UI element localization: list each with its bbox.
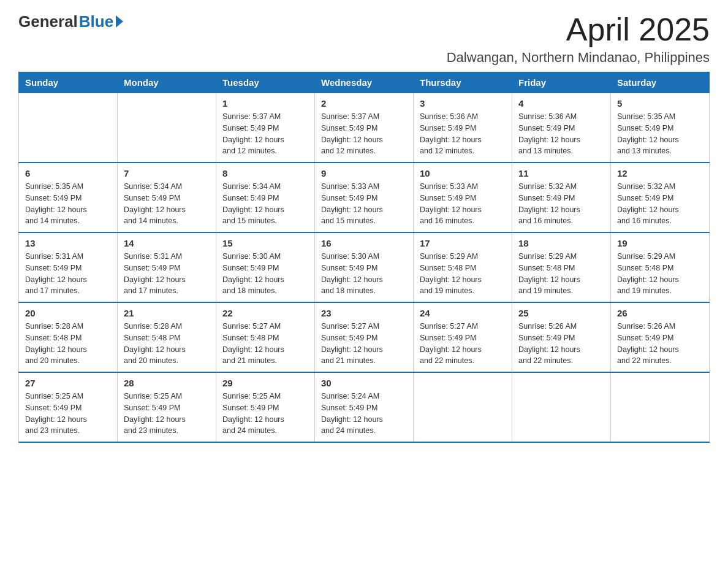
- calendar-cell: 23Sunrise: 5:27 AMSunset: 5:49 PMDayligh…: [315, 302, 414, 372]
- calendar-header-row: SundayMondayTuesdayWednesdayThursdayFrid…: [19, 72, 710, 93]
- calendar-header-friday: Friday: [512, 72, 611, 93]
- day-info: Sunrise: 5:32 AMSunset: 5:49 PMDaylight:…: [617, 181, 703, 227]
- day-number: 10: [420, 168, 506, 178]
- day-number: 26: [617, 308, 703, 318]
- day-number: 23: [321, 308, 407, 318]
- day-number: 9: [321, 168, 407, 178]
- location-subtitle: Dalwangan, Northern Mindanao, Philippine…: [447, 50, 710, 66]
- day-number: 5: [617, 98, 703, 109]
- day-info: Sunrise: 5:37 AMSunset: 5:49 PMDaylight:…: [321, 111, 407, 157]
- day-info: Sunrise: 5:26 AMSunset: 5:49 PMDaylight:…: [518, 321, 604, 367]
- day-number: 7: [124, 168, 210, 178]
- day-number: 27: [25, 378, 111, 388]
- calendar-cell: [512, 372, 611, 442]
- calendar-cell: 29Sunrise: 5:25 AMSunset: 5:49 PMDayligh…: [216, 372, 315, 442]
- day-number: 11: [518, 168, 604, 178]
- day-info: Sunrise: 5:30 AMSunset: 5:49 PMDaylight:…: [222, 251, 308, 297]
- day-number: 6: [25, 168, 111, 178]
- day-info: Sunrise: 5:25 AMSunset: 5:49 PMDaylight:…: [124, 391, 210, 437]
- day-number: 16: [321, 238, 407, 248]
- calendar-cell: 3Sunrise: 5:36 AMSunset: 5:49 PMDaylight…: [414, 93, 512, 163]
- day-info: Sunrise: 5:25 AMSunset: 5:49 PMDaylight:…: [222, 391, 308, 437]
- calendar-cell: 17Sunrise: 5:29 AMSunset: 5:48 PMDayligh…: [414, 232, 512, 302]
- calendar-header-monday: Monday: [118, 72, 216, 93]
- day-number: 19: [617, 238, 703, 248]
- day-info: Sunrise: 5:30 AMSunset: 5:49 PMDaylight:…: [321, 251, 407, 297]
- day-number: 29: [222, 378, 308, 388]
- day-info: Sunrise: 5:36 AMSunset: 5:49 PMDaylight:…: [420, 111, 506, 157]
- calendar-cell: 14Sunrise: 5:31 AMSunset: 5:49 PMDayligh…: [118, 232, 216, 302]
- month-year-title: April 2025: [447, 12, 710, 47]
- day-number: 15: [222, 238, 308, 248]
- day-number: 17: [420, 238, 506, 248]
- calendar-cell: 27Sunrise: 5:25 AMSunset: 5:49 PMDayligh…: [19, 372, 118, 442]
- day-info: Sunrise: 5:29 AMSunset: 5:48 PMDaylight:…: [518, 251, 604, 297]
- calendar-cell: 30Sunrise: 5:24 AMSunset: 5:49 PMDayligh…: [315, 372, 414, 442]
- logo: General Blue: [18, 12, 123, 31]
- calendar-cell: 11Sunrise: 5:32 AMSunset: 5:49 PMDayligh…: [512, 163, 611, 232]
- calendar-cell: 5Sunrise: 5:35 AMSunset: 5:49 PMDaylight…: [611, 93, 710, 163]
- calendar-week-row: 27Sunrise: 5:25 AMSunset: 5:49 PMDayligh…: [19, 372, 710, 442]
- calendar-cell: 12Sunrise: 5:32 AMSunset: 5:49 PMDayligh…: [611, 163, 710, 232]
- day-info: Sunrise: 5:35 AMSunset: 5:49 PMDaylight:…: [25, 181, 111, 227]
- day-number: 3: [420, 98, 506, 109]
- calendar-cell: 24Sunrise: 5:27 AMSunset: 5:49 PMDayligh…: [414, 302, 512, 372]
- day-number: 20: [25, 308, 111, 318]
- day-info: Sunrise: 5:36 AMSunset: 5:49 PMDaylight:…: [518, 111, 604, 157]
- day-number: 2: [321, 98, 407, 109]
- day-number: 24: [420, 308, 506, 318]
- calendar-cell: 13Sunrise: 5:31 AMSunset: 5:49 PMDayligh…: [19, 232, 118, 302]
- day-number: 14: [124, 238, 210, 248]
- calendar-header-thursday: Thursday: [414, 72, 512, 93]
- day-info: Sunrise: 5:28 AMSunset: 5:48 PMDaylight:…: [25, 321, 111, 367]
- day-number: 28: [124, 378, 210, 388]
- day-info: Sunrise: 5:29 AMSunset: 5:48 PMDaylight:…: [617, 251, 703, 297]
- calendar-header-saturday: Saturday: [611, 72, 710, 93]
- calendar-cell: 7Sunrise: 5:34 AMSunset: 5:49 PMDaylight…: [118, 163, 216, 232]
- calendar-cell: 18Sunrise: 5:29 AMSunset: 5:48 PMDayligh…: [512, 232, 611, 302]
- calendar-cell: 9Sunrise: 5:33 AMSunset: 5:49 PMDaylight…: [315, 163, 414, 232]
- day-number: 4: [518, 98, 604, 109]
- logo-arrow-icon: [116, 15, 123, 28]
- logo-blue-part: Blue: [78, 12, 123, 31]
- calendar-cell: 8Sunrise: 5:34 AMSunset: 5:49 PMDaylight…: [216, 163, 315, 232]
- day-number: 30: [321, 378, 407, 388]
- calendar-cell: 22Sunrise: 5:27 AMSunset: 5:48 PMDayligh…: [216, 302, 315, 372]
- calendar-header-wednesday: Wednesday: [315, 72, 414, 93]
- day-number: 25: [518, 308, 604, 318]
- calendar-week-row: 1Sunrise: 5:37 AMSunset: 5:49 PMDaylight…: [19, 93, 710, 163]
- title-block: April 2025 Dalwangan, Northern Mindanao,…: [447, 12, 710, 66]
- calendar-cell: 2Sunrise: 5:37 AMSunset: 5:49 PMDaylight…: [315, 93, 414, 163]
- day-number: 13: [25, 238, 111, 248]
- day-info: Sunrise: 5:33 AMSunset: 5:49 PMDaylight:…: [420, 181, 506, 227]
- calendar-cell: [19, 93, 118, 163]
- calendar-cell: 28Sunrise: 5:25 AMSunset: 5:49 PMDayligh…: [118, 372, 216, 442]
- day-info: Sunrise: 5:33 AMSunset: 5:49 PMDaylight:…: [321, 181, 407, 227]
- day-info: Sunrise: 5:31 AMSunset: 5:49 PMDaylight:…: [25, 251, 111, 297]
- day-info: Sunrise: 5:31 AMSunset: 5:49 PMDaylight:…: [124, 251, 210, 297]
- day-info: Sunrise: 5:25 AMSunset: 5:49 PMDaylight:…: [25, 391, 111, 437]
- logo-general-text: General: [18, 12, 78, 31]
- calendar-cell: 6Sunrise: 5:35 AMSunset: 5:49 PMDaylight…: [19, 163, 118, 232]
- calendar-week-row: 13Sunrise: 5:31 AMSunset: 5:49 PMDayligh…: [19, 232, 710, 302]
- day-number: 1: [222, 98, 308, 109]
- day-info: Sunrise: 5:29 AMSunset: 5:48 PMDaylight:…: [420, 251, 506, 297]
- calendar-cell: [118, 93, 216, 163]
- day-info: Sunrise: 5:37 AMSunset: 5:49 PMDaylight:…: [222, 111, 308, 157]
- calendar-cell: 19Sunrise: 5:29 AMSunset: 5:48 PMDayligh…: [611, 232, 710, 302]
- day-number: 8: [222, 168, 308, 178]
- page-header: General Blue April 2025 Dalwangan, North…: [18, 12, 710, 66]
- calendar-header-tuesday: Tuesday: [216, 72, 315, 93]
- calendar-cell: 25Sunrise: 5:26 AMSunset: 5:49 PMDayligh…: [512, 302, 611, 372]
- day-info: Sunrise: 5:32 AMSunset: 5:49 PMDaylight:…: [518, 181, 604, 227]
- calendar-cell: 10Sunrise: 5:33 AMSunset: 5:49 PMDayligh…: [414, 163, 512, 232]
- calendar-cell: 1Sunrise: 5:37 AMSunset: 5:49 PMDaylight…: [216, 93, 315, 163]
- calendar-table: SundayMondayTuesdayWednesdayThursdayFrid…: [18, 72, 710, 443]
- day-info: Sunrise: 5:27 AMSunset: 5:49 PMDaylight:…: [321, 321, 407, 367]
- day-info: Sunrise: 5:24 AMSunset: 5:49 PMDaylight:…: [321, 391, 407, 437]
- day-number: 12: [617, 168, 703, 178]
- day-info: Sunrise: 5:27 AMSunset: 5:49 PMDaylight:…: [420, 321, 506, 367]
- day-info: Sunrise: 5:28 AMSunset: 5:48 PMDaylight:…: [124, 321, 210, 367]
- calendar-cell: 21Sunrise: 5:28 AMSunset: 5:48 PMDayligh…: [118, 302, 216, 372]
- day-info: Sunrise: 5:34 AMSunset: 5:49 PMDaylight:…: [124, 181, 210, 227]
